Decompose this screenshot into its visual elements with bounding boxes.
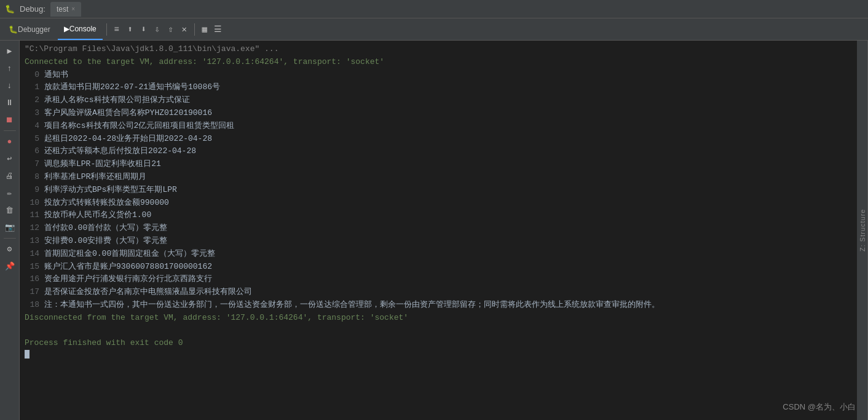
line-number: 0 — [25, 69, 39, 82]
line-number: 13 — [25, 235, 39, 248]
pin-button[interactable]: 📌 — [2, 258, 18, 274]
data-line: 5起租日2022-04-28业务开始日期2022-04-28 — [25, 133, 852, 146]
data-line: 12首付款0.00首付款（大写）零元整 — [25, 222, 852, 235]
toolbar-lines-icon[interactable]: ☰ — [212, 23, 224, 36]
line-text: 利率浮动方式BPs利率类型五年期LPR — [44, 184, 177, 197]
sidebar-separator-2 — [4, 238, 16, 239]
toolbar-up-icon[interactable]: ⬆ — [124, 23, 136, 36]
left-sidebar: ▶ ↑ ↓ ⏸ ⏹ ● ↩ 🖨 ✏ 🗑 📷 ⚙ 📌 — [0, 41, 20, 420]
exit-line: Process finished with exit code 0 — [25, 337, 852, 350]
line-number: 8 — [25, 171, 39, 184]
line-number: 5 — [25, 133, 39, 146]
watermark: CSDN @名为、小白 — [783, 402, 856, 413]
data-line: 2承租人名称cs科技有限公司担保方式保证 — [25, 94, 852, 107]
debugger-icon: 🐛 — [9, 25, 18, 34]
sidebar-separator-1 — [4, 130, 16, 131]
toolbar-down-icon[interactable]: ⬇ — [138, 23, 150, 36]
line-number: 14 — [25, 248, 39, 261]
console-output[interactable]: "C:\Program Files\Java\jdk1.8.0_111\bin\… — [20, 41, 857, 420]
console-icon: ▶ — [64, 25, 69, 33]
line-text: 投放方式转账转账投放金额990000 — [44, 197, 169, 210]
toolbar-menu-icon[interactable]: ≡ — [111, 23, 123, 36]
line-text: 首付款0.00首付款（大写）零元整 — [44, 222, 167, 235]
data-lines: 0通知书1放款通知书日期2022-07-21通知书编号10086号2承租人名称c… — [25, 69, 852, 312]
line-text: 项目名称cs科技有限公司2亿元回租项目租赁类型回租 — [44, 120, 234, 133]
line-number: 18 — [25, 299, 39, 312]
line-number: 17 — [25, 286, 39, 299]
cmd-line: "C:\Program Files\Java\jdk1.8.0_111\bin\… — [25, 43, 852, 56]
toolbar-up2-icon[interactable]: ⇧ — [165, 23, 177, 36]
line-text: 资金用途开户行浦发银行南京分行北京西路支行 — [44, 273, 212, 286]
stop-button[interactable]: ⏹ — [2, 112, 18, 128]
camera-button[interactable]: 📷 — [2, 220, 18, 236]
breakpoint-button[interactable]: ● — [2, 133, 18, 149]
line-text: 放款通知书日期2022-07-21通知书编号10086号 — [44, 81, 220, 94]
data-line: 14首期固定租金0.00首期固定租金（大写）零元整 — [25, 248, 852, 261]
structure-label-text: Z: Structure — [859, 209, 866, 252]
connected-line: Connected to the target VM, address: '12… — [25, 56, 852, 69]
line-number: 6 — [25, 145, 39, 158]
line-text: 起租日2022-04-28业务开始日期2022-04-28 — [44, 133, 212, 146]
line-text: 利率基准LPR利率还租周期月 — [44, 171, 146, 184]
debugger-label: Debugger — [18, 25, 50, 34]
debugger-tab[interactable]: 🐛 Debugger — [2, 18, 57, 40]
resume-button[interactable]: ▶ — [2, 43, 18, 59]
toolbar-down2-icon[interactable]: ⇩ — [151, 23, 164, 36]
pause-button[interactable]: ⏸ — [2, 95, 18, 111]
line-number: 9 — [25, 184, 39, 197]
watermark-text: CSDN @名为、小白 — [783, 402, 856, 411]
data-line: 9利率浮动方式BPs利率类型五年期LPR — [25, 184, 852, 197]
debug-tab[interactable]: test × — [50, 2, 81, 17]
step-over-button[interactable]: ↑ — [2, 60, 18, 76]
disconnected-line: Disconnected from the target VM, address… — [25, 312, 852, 325]
tab-name: test — [57, 5, 68, 14]
line-text: 投放币种人民币名义货价1.00 — [44, 209, 151, 222]
data-line: 17是否保证金投放否户名南京中电熊猫液晶显示科技有限公司 — [25, 286, 852, 299]
data-line: 15账户汇入省市是账户93060078801700000162 — [25, 261, 852, 274]
settings-button[interactable]: ⚙ — [2, 241, 18, 257]
line-number: 15 — [25, 261, 39, 274]
disconnected-text: Disconnected from the target VM, address… — [25, 312, 408, 325]
data-line: 4项目名称cs科技有限公司2亿元回租项目租赁类型回租 — [25, 120, 852, 133]
exit-text: Process finished with exit code 0 — [25, 337, 183, 350]
step-return-button[interactable]: ↩ — [2, 151, 18, 167]
line-text: 安排费0.00安排费（大写）零元整 — [44, 235, 167, 248]
app-icon: 🐛 — [5, 4, 15, 14]
line-number: 12 — [25, 222, 39, 235]
structure-panel[interactable]: Z: Structure — [857, 41, 868, 420]
toolbar-x-icon[interactable]: ✕ — [178, 23, 191, 36]
data-line: 6还租方式等额本息后付投放日2022-04-28 — [25, 145, 852, 158]
tab-close-button[interactable]: × — [71, 6, 75, 12]
line-text: 客户风险评级A租赁合同名称PYHZ0120190016 — [44, 107, 212, 120]
line-text: 调息频率LPR-固定利率收租日21 — [44, 158, 161, 171]
line-number: 4 — [25, 120, 39, 133]
debug-label: Debug: — [20, 4, 45, 14]
console-tab[interactable]: ▶ Console — [58, 18, 103, 40]
toolbar-grid-icon[interactable]: ▦ — [199, 23, 211, 36]
print-button[interactable]: 🖨 — [2, 168, 18, 184]
data-line: 7调息频率LPR-固定利率收租日21 — [25, 158, 852, 171]
cmd-text: "C:\Program Files\Java\jdk1.8.0_111\bin\… — [25, 43, 278, 56]
data-line: 1放款通知书日期2022-07-21通知书编号10086号 — [25, 81, 852, 94]
data-line: 0通知书 — [25, 69, 852, 82]
data-line: 11投放币种人民币名义货价1.00 — [25, 209, 852, 222]
edit-button[interactable]: ✏ — [2, 185, 18, 201]
empty-line — [25, 325, 852, 338]
toolbar-separator-1 — [106, 23, 107, 36]
step-into-button[interactable]: ↓ — [2, 77, 18, 93]
line-text: 还租方式等额本息后付投放日2022-04-28 — [44, 145, 196, 158]
toolbar: 🐛 Debugger ▶ Console ≡ ⬆ ⬇ ⇩ ⇧ ✕ ▦ ☰ — [0, 18, 868, 41]
main-area: ▶ ↑ ↓ ⏸ ⏹ ● ↩ 🖨 ✏ 🗑 📷 ⚙ 📌 "C:\Program Fi… — [0, 41, 868, 420]
line-text: 是否保证金投放否户名南京中电熊猫液晶显示科技有限公司 — [44, 286, 252, 299]
line-number: 3 — [25, 107, 39, 120]
data-line: 3客户风险评级A租赁合同名称PYHZ0120190016 — [25, 107, 852, 120]
line-number: 1 — [25, 81, 39, 94]
line-number: 2 — [25, 94, 39, 107]
connected-text: Connected to the target VM, address: '12… — [25, 56, 384, 69]
delete-button[interactable]: 🗑 — [2, 202, 18, 218]
title-bar: 🐛 Debug: test × — [0, 0, 868, 18]
text-cursor — [25, 350, 30, 359]
console-label: Console — [69, 25, 97, 33]
data-line: 18注：本通知书一式四份，其中一份送达业务部门，一份送达资金财务部，一份送达综合… — [25, 299, 852, 312]
cursor-line — [25, 350, 852, 359]
